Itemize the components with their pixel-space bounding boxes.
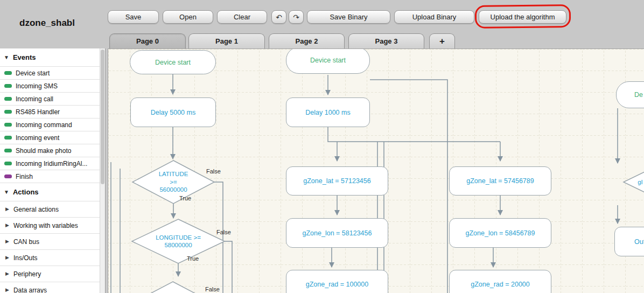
node-device-start-2[interactable]: Device start xyxy=(286,48,370,74)
node-output-clipped[interactable]: Out xyxy=(614,227,644,256)
item-label: Incoming command xyxy=(16,121,72,129)
event-dot-icon xyxy=(4,162,12,165)
chevron-right-icon: ▶ xyxy=(5,239,9,244)
event-dot-icon xyxy=(4,110,12,114)
clear-button[interactable]: Clear xyxy=(217,10,267,24)
redo-icon: ↷ xyxy=(293,13,299,21)
plus-icon: + xyxy=(439,36,445,47)
section-label: Actions xyxy=(13,188,39,196)
event-dot-icon xyxy=(4,84,12,88)
section-label: Events xyxy=(13,53,36,61)
tab-page-3[interactable]: Page 3 xyxy=(348,33,424,48)
event-dot-icon xyxy=(4,97,12,101)
event-dot-icon xyxy=(4,71,12,75)
sidebar-item-data-arrays[interactable]: ▶ Data arrays xyxy=(0,282,105,293)
sidebar-item-incoming-iridium[interactable]: Incoming IridiumRingAl... xyxy=(0,157,105,170)
tab-label: Page 3 xyxy=(375,37,398,45)
item-label: RS485 Handler xyxy=(16,108,60,116)
node-device-start-clipped[interactable]: De xyxy=(616,81,644,108)
sidebar-item-incoming-sms[interactable]: Incoming SMS xyxy=(0,80,105,93)
node-gzone-lon-1[interactable]: gZone_lon = 58123456 xyxy=(286,218,388,248)
node-gzone-lon-2[interactable]: gZone_lon = 58456789 xyxy=(449,218,551,248)
sidebar-item-should-make-photo[interactable]: Should make photo xyxy=(0,144,105,157)
tab-page-1[interactable]: Page 1 xyxy=(188,33,265,48)
item-label: Incoming IridiumRingAl... xyxy=(16,160,87,168)
sidebar-item-can-bus[interactable]: ▶ CAN bus xyxy=(0,234,105,250)
section-actions[interactable]: ▼ Actions xyxy=(0,183,105,201)
node-delay-5000[interactable]: Delay 5000 ms xyxy=(130,97,216,127)
item-label: Finish xyxy=(16,173,33,180)
save-button[interactable]: Save xyxy=(108,10,159,24)
node-gzone-rad-1[interactable]: gZone_rad = 100000 xyxy=(286,270,388,293)
chevron-down-icon: ▼ xyxy=(4,55,9,60)
sidebar-item-periphery[interactable]: ▶ Periphery xyxy=(0,266,105,282)
item-label: Periphery xyxy=(13,270,41,278)
item-label: Incoming event xyxy=(16,134,59,142)
node-gzone-lat-2[interactable]: gZone_lat = 57456789 xyxy=(449,166,551,196)
chevron-right-icon: ▶ xyxy=(5,223,9,228)
tab-page-0[interactable]: Page 0 xyxy=(109,33,186,48)
sidebar-item-ins-outs[interactable]: ▶ Ins/Outs xyxy=(0,250,105,266)
sidebar-item-general-actions[interactable]: ▶ General actions xyxy=(0,201,105,218)
item-label: General actions xyxy=(13,206,59,213)
sidebar-item-working-with-variables[interactable]: ▶ Working with variables xyxy=(0,218,105,234)
item-label: Device start xyxy=(16,69,50,77)
chevron-down-icon: ▼ xyxy=(4,190,9,195)
event-dot-icon xyxy=(4,149,12,152)
event-dot-icon xyxy=(4,175,12,178)
item-label: Data arrays xyxy=(13,287,47,293)
item-label: CAN bus xyxy=(13,238,39,246)
node-gzone-rad-2[interactable]: gZone_rad = 20000 xyxy=(449,270,551,293)
chevron-right-icon: ▶ xyxy=(5,288,9,292)
open-button[interactable]: Open xyxy=(163,10,213,24)
chevron-right-icon: ▶ xyxy=(5,255,9,260)
flow-editor-app: dzone_shabl Save Open Clear ↶ ↷ Save Bin… xyxy=(0,0,644,293)
item-label: Should make photo xyxy=(16,147,71,155)
item-label: Working with variables xyxy=(13,222,78,229)
sidebar-item-incoming-event[interactable]: Incoming event xyxy=(0,131,105,144)
chevron-right-icon: ▶ xyxy=(5,271,9,276)
event-dot-icon xyxy=(4,136,12,139)
tab-page-2[interactable]: Page 2 xyxy=(269,33,345,48)
redo-button[interactable]: ↷ xyxy=(289,10,304,24)
tab-label: Page 2 xyxy=(296,37,318,45)
chevron-right-icon: ▶ xyxy=(5,207,9,212)
sidebar-item-device-start[interactable]: Device start xyxy=(0,67,105,80)
undo-button[interactable]: ↶ xyxy=(271,10,286,24)
page-tabs: Page 0 Page 1 Page 2 Page 3 + xyxy=(0,33,644,48)
sidebar-scrollbar[interactable] xyxy=(100,48,105,293)
top-toolbar: dzone_shabl Save Open Clear ↶ ↷ Save Bin… xyxy=(0,0,644,33)
blocks-sidebar: ▼ Events Device start Incoming SMS Incom… xyxy=(0,48,106,293)
event-dot-icon xyxy=(4,123,12,127)
item-label: Ins/Outs xyxy=(13,254,38,262)
sidebar-scrollbar-thumb[interactable] xyxy=(101,50,104,184)
upload-binary-button[interactable]: Upload Binary xyxy=(394,10,474,24)
item-label: Incoming call xyxy=(16,95,53,103)
sidebar-item-incoming-command[interactable]: Incoming command xyxy=(0,118,105,131)
flow-canvas[interactable]: Device start Delay 5000 ms LATITUDE >= 5… xyxy=(108,48,644,293)
tab-add-page[interactable]: + xyxy=(429,33,455,48)
upload-algorithm-button[interactable]: Upload the algorithm xyxy=(479,10,566,24)
tab-label: Page 0 xyxy=(136,37,159,45)
tab-label: Page 1 xyxy=(215,37,238,45)
sidebar-item-finish[interactable]: Finish xyxy=(0,170,105,183)
undo-icon: ↶ xyxy=(276,13,282,21)
app-title: dzone_shabl xyxy=(19,18,75,29)
node-gzone-lat-1[interactable]: gZone_lat = 57123456 xyxy=(286,166,388,196)
sidebar-item-rs485-handler[interactable]: RS485 Handler xyxy=(0,106,105,118)
item-label: Incoming SMS xyxy=(16,82,58,90)
node-delay-1000[interactable]: Delay 1000 ms xyxy=(286,97,370,127)
section-events[interactable]: ▼ Events xyxy=(0,48,105,67)
node-device-start-1[interactable]: Device start xyxy=(130,50,216,74)
save-binary-button[interactable]: Save Binary xyxy=(307,10,390,24)
sidebar-item-incoming-call[interactable]: Incoming call xyxy=(0,93,105,106)
